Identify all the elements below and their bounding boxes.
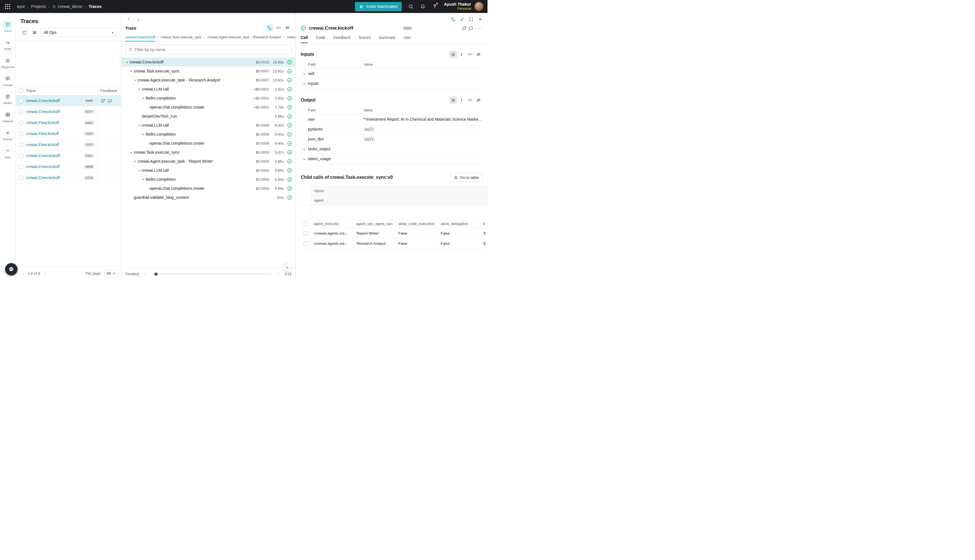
tab-feedback[interactable]: Feedback — [333, 35, 351, 43]
trace-link[interactable]: crewai.Crew.kickoff — [26, 164, 60, 169]
trace-link[interactable]: crewai.Flow.kickoff — [26, 120, 59, 125]
wandb-logo[interactable] — [5, 4, 10, 9]
sidebar-item-playground[interactable]: Playground — [0, 53, 15, 72]
flame-view-button[interactable] — [284, 24, 291, 32]
expand-values-button[interactable] — [457, 51, 466, 58]
kv-row[interactable]: json_dict null — [301, 134, 482, 144]
call-tree-row[interactable]: ▾ litellm.completion $0.00035.84s — [121, 175, 296, 184]
table-row[interactable]: <crewai.agents.cre... 'Report Writer' Fa… — [301, 228, 488, 238]
list-view-button[interactable] — [449, 97, 457, 104]
column-header[interactable]: agent_ops_agent_nan — [353, 219, 396, 228]
chevron-right-icon[interactable]: ▸ — [301, 157, 308, 160]
table-row[interactable]: <crewai.agents.cre... 'Research Analyst'… — [301, 238, 488, 249]
code-view-button[interactable]: </> — [466, 97, 474, 104]
fullscreen-button[interactable] — [467, 15, 475, 23]
tree-view-button[interactable] — [265, 24, 273, 32]
avatar[interactable] — [474, 2, 484, 11]
trace-link[interactable]: crewai.Crew.kickoff — [26, 153, 60, 158]
timeline-slider[interactable] — [152, 273, 271, 275]
list-view-button[interactable] — [449, 51, 457, 58]
column-settings-button[interactable] — [30, 28, 38, 37]
ops-filter-select[interactable]: All Ops ▾ — [41, 28, 117, 37]
prev-page-button[interactable]: ‹ — [19, 270, 27, 277]
feedback-column-header[interactable]: Feedback — [97, 86, 121, 95]
trace-column-header[interactable]: Trace — [26, 86, 97, 95]
notifications-button[interactable] — [418, 2, 428, 11]
sidebar-item-models[interactable]: Models — [0, 90, 15, 108]
select-all-checkbox[interactable] — [304, 222, 308, 226]
go-to-table-button[interactable]: Go to table — [450, 173, 482, 182]
trace-link[interactable]: crewai.Crew.kickoff — [26, 98, 60, 103]
tab-code[interactable]: Code — [316, 35, 325, 43]
trace-link[interactable]: crewai.Flow.kickoff — [26, 132, 59, 136]
call-tree-row[interactable]: openai.chat.completions.create $0.00069.… — [121, 139, 296, 148]
chevron-down-icon[interactable]: ▾ — [129, 151, 134, 154]
call-tree-row[interactable]: ▾ crewai.Agent.execute_task - 'Research … — [121, 75, 296, 85]
breadcrumb-projects[interactable]: Projects — [31, 4, 46, 9]
chevron-right-icon[interactable]: ▸ — [301, 82, 308, 85]
kv-row[interactable]: ▸self — [301, 69, 482, 79]
chevron-right-icon[interactable]: ▸ — [301, 72, 308, 75]
call-tree-row[interactable]: SerperDevTool._run 1.66s — [121, 112, 296, 121]
comment-icon[interactable] — [107, 98, 112, 103]
call-tree-row[interactable]: ▾ crewai.Task.execute_sync $0.000713.92s — [121, 67, 296, 75]
call-tree-row[interactable]: ▾ crewai.Agent.execute_task - 'Report Wr… — [121, 157, 296, 166]
tab-call[interactable]: Call — [301, 35, 308, 43]
column-header[interactable]: allow_delegation — [438, 219, 480, 228]
row-checkbox[interactable] — [19, 154, 23, 158]
hide-values-button[interactable] — [474, 97, 482, 104]
timeline-next-button[interactable]: › — [274, 270, 282, 278]
code-view-button[interactable]: </> — [466, 51, 474, 58]
collapse-timeline-button[interactable] — [283, 263, 291, 272]
chevron-down-icon[interactable]: ▾ — [125, 61, 130, 64]
code-view-button[interactable]: </> — [274, 24, 282, 32]
hide-values-button[interactable] — [474, 51, 482, 58]
chevron-down-icon[interactable]: ▾ — [140, 97, 145, 100]
kv-row[interactable]: ▸tasks_output — [301, 144, 482, 154]
add-reaction-icon[interactable] — [100, 98, 105, 103]
call-tree-row[interactable]: ▾ crewai.Task.execute_sync $0.00035.87s — [121, 148, 296, 157]
chevron-right-icon[interactable]: ▸ — [301, 147, 308, 150]
select-all-checkbox[interactable] — [19, 88, 23, 93]
row-checkbox[interactable] — [19, 165, 23, 169]
chevron-down-icon[interactable]: ▾ — [140, 133, 145, 136]
timeline-slider-handle[interactable] — [155, 272, 158, 275]
path-tab[interactable]: crewai.LLM.cal — [287, 33, 296, 42]
table-row[interactable]: crewai.Flow.kickoff c5ff — [16, 139, 121, 150]
chevron-down-icon[interactable]: ▾ — [133, 160, 138, 163]
trace-link[interactable]: crewai.Crew.kickoff — [26, 109, 60, 114]
table-row[interactable]: crewai.Flow.kickoff c59f — [16, 128, 121, 139]
call-tree-row[interactable]: openai.chat.completions.create $0.00035.… — [121, 184, 296, 193]
table-row[interactable]: crewai.Crew.kickoff 316c — [16, 150, 121, 161]
overflow-menu-button[interactable]: ⋯ — [475, 25, 482, 32]
row-checkbox[interactable] — [19, 121, 23, 125]
table-row[interactable]: crewai.Crew.kickoff a17d — [16, 172, 121, 183]
table-row[interactable]: crewai.Flow.kickoff eab1 — [16, 117, 121, 128]
chevron-down-icon[interactable]: ▾ — [140, 178, 145, 181]
close-button[interactable] — [476, 15, 484, 23]
row-checkbox[interactable] — [19, 176, 23, 180]
op-filter-input[interactable] — [135, 47, 288, 52]
per-page-select[interactable]: 50 ▾ — [104, 269, 118, 278]
chevron-down-icon[interactable]: ▾ — [137, 88, 142, 91]
chevron-down-icon[interactable]: ▾ — [133, 79, 138, 82]
chevron-down-icon[interactable]: ▾ — [129, 70, 134, 73]
search-button[interactable] — [406, 2, 416, 11]
table-row[interactable]: crewai.Crew.kickoff 657f — [16, 106, 121, 117]
next-page-button[interactable]: › — [41, 270, 48, 277]
row-checkbox[interactable] — [19, 132, 23, 136]
next-trace-button[interactable]: ↓ — [135, 16, 142, 23]
edit-button[interactable] — [458, 15, 466, 23]
trace-link[interactable]: crewai.Flow.kickoff — [26, 142, 59, 147]
sidebar-item-scorers[interactable]: # Scorers — [0, 126, 15, 144]
refresh-button[interactable] — [20, 28, 28, 37]
row-checkbox[interactable] — [19, 143, 23, 147]
path-tab[interactable]: crewai.Crew.kickoff — [125, 33, 155, 42]
help-button[interactable]: ? — [430, 2, 439, 11]
breadcrumb-project[interactable]: crewai_demo — [52, 4, 82, 9]
call-tree-row[interactable]: ▾ crewai.LLM.call <$0.00012.82s — [121, 85, 296, 93]
tab-use[interactable]: Use — [404, 35, 411, 43]
trace-link[interactable]: crewai.Crew.kickoff — [26, 175, 60, 180]
sidebar-item-prompts[interactable]: Prompts — [0, 72, 15, 90]
kv-row[interactable]: ▸token_usage — [301, 154, 482, 164]
